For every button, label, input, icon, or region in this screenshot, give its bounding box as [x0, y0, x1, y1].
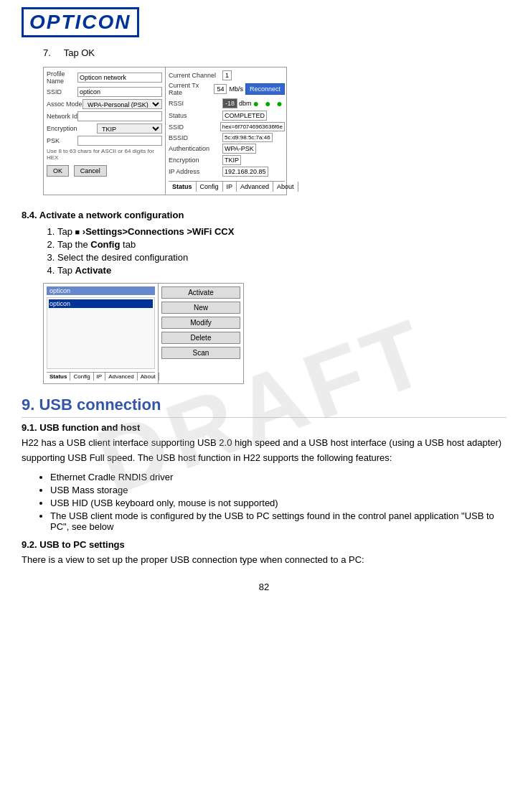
bullet-2: USB Mass storage — [50, 485, 506, 495]
signal-strength-dots: ● ● ● — [253, 98, 284, 109]
config-tab-status[interactable]: Status — [47, 373, 70, 381]
usb-features-list: Ethernet Cradle RNDIS driver USB Mass st… — [50, 472, 506, 532]
step-84-4: Tap Activate — [57, 265, 506, 276]
ssid-right-value: hex=6f70746963636f6e — [220, 122, 285, 131]
tx-rate-row: Current Tx Rate 54 Mb/s Reconnect — [169, 82, 285, 96]
config-top-bar: opticon — [47, 286, 155, 295]
page-number: 82 — [22, 582, 506, 592]
step-7-label: Tap OK — [64, 47, 95, 58]
tab-about[interactable]: About — [273, 182, 298, 192]
config-tab-advanced[interactable]: Advanced — [105, 373, 138, 381]
psk-input[interactable] — [77, 136, 162, 146]
screenshot-right-panel: Current Channel 1 Current Tx Rate 54 Mb/… — [166, 67, 288, 195]
section-84-header: 8.4. Activate a network configuration — [22, 210, 506, 220]
reconnect-button[interactable]: Reconnect — [245, 83, 285, 95]
current-channel-value: 1 — [222, 70, 232, 80]
step-7: 7. Tap OK — [43, 47, 506, 58]
step-7-number: 7. — [43, 47, 51, 58]
network-id-row: Network Id — [47, 111, 162, 121]
tx-rate-unit: Mb/s — [229, 85, 243, 93]
network-id-label: Network Id — [47, 113, 77, 120]
tab-status[interactable]: Status — [169, 182, 197, 192]
config-screenshot: opticon opticon Status Config IP Advance… — [43, 283, 244, 384]
section-92-body: There is a view to set up the proper USB… — [22, 553, 506, 568]
config-tab-config[interactable]: Config — [70, 373, 93, 381]
encryption-select[interactable]: TKIP — [97, 123, 162, 134]
current-channel-row: Current Channel 1 — [169, 70, 285, 80]
profile-name-label: Profile Name — [47, 70, 77, 85]
bssid-value: 5c:d9:98:5c:7a:46 — [222, 133, 273, 142]
network-id-input[interactable] — [77, 111, 162, 121]
encryption-row: Encryption TKIP — [47, 123, 162, 134]
section-9-header: 9. USB connection — [22, 396, 506, 418]
section-91-body: H22 has a USB client interface supportin… — [22, 436, 506, 466]
status-label: Status — [169, 112, 222, 119]
right-tabs-bar: Status Config IP Advanced About — [169, 181, 285, 192]
logo: OPTICON — [22, 7, 139, 37]
rssi-row: RSSI -18 dbm ● ● ● — [169, 98, 285, 109]
auth-value: WPA-PSK — [222, 144, 256, 154]
status-value: COMPLETED — [222, 111, 267, 121]
tab-ip[interactable]: IP — [223, 182, 237, 192]
ssid-right-label: SSID — [169, 123, 220, 131]
ssid-input[interactable] — [77, 87, 162, 97]
wifi-settings-screenshot: Profile Name SSID Assoc Mode WPA-Persona… — [43, 67, 287, 195]
psk-label: PSK — [47, 137, 77, 144]
assoc-mode-row: Assoc Mode WPA-Personal (PSK) — [47, 99, 162, 109]
encryption-label: Encryption — [47, 125, 97, 132]
logo-area: OPTICON — [22, 7, 506, 37]
assoc-mode-label: Assoc Mode — [47, 101, 82, 108]
scan-button[interactable]: Scan — [161, 347, 240, 359]
section-91-header: 9.1. USB function and host — [22, 422, 506, 433]
step-84-3: Select the desired configuration — [57, 252, 506, 263]
rssi-unit: dbm — [239, 100, 252, 107]
modify-button[interactable]: Modify — [161, 317, 240, 329]
rssi-value: -18 — [222, 98, 237, 108]
ssid-right-row: SSID hex=6f70746963636f6e — [169, 122, 285, 131]
auth-row: Authentication WPA-PSK — [169, 144, 285, 154]
rssi-label: RSSI — [169, 100, 222, 107]
ok-button[interactable]: OK — [47, 165, 69, 177]
ip-label: IP Address — [169, 168, 222, 175]
cancel-button[interactable]: Cancel — [74, 165, 107, 177]
tab-advanced[interactable]: Advanced — [237, 182, 273, 192]
bssid-row: BSSID 5c:d9:98:5c:7a:46 — [169, 133, 285, 142]
delete-button[interactable]: Delete — [161, 332, 240, 344]
bullet-1: Ethernet Cradle RNDIS driver — [50, 472, 506, 482]
config-tab-ip[interactable]: IP — [94, 373, 106, 381]
auth-label: Authentication — [169, 145, 222, 152]
step-84-1: Tap ■ ›Settings>Connections >WiFi CCX — [57, 226, 506, 237]
config-left-panel: opticon opticon Status Config IP Advance… — [44, 284, 159, 383]
tx-rate-label: Current Tx Rate — [169, 82, 214, 96]
config-list-item-selected[interactable]: opticon — [49, 299, 153, 308]
tx-rate-value: 54 — [214, 84, 227, 94]
psk-hint: Use 8 to 63 chars for ASCII or 64 digits… — [47, 148, 162, 161]
psk-row: PSK — [47, 136, 162, 146]
ip-row: IP Address 192.168.20.85 — [169, 167, 285, 177]
enc-right-value: TKIP — [222, 155, 241, 165]
status-row: Status COMPLETED — [169, 111, 285, 121]
new-button[interactable]: New — [161, 302, 240, 314]
ssid-row: SSID — [47, 87, 162, 97]
enc-right-row: Encryption TKIP — [169, 155, 285, 165]
bullet-3: USB HID (USB keyboard only, mouse is not… — [50, 498, 506, 508]
config-tabs-bar: Status Config IP Advanced About — [47, 372, 155, 381]
profile-name-input[interactable] — [77, 73, 162, 83]
action-buttons: OK Cancel — [47, 165, 162, 177]
enc-right-label: Encryption — [169, 157, 222, 164]
step-84-2: Tap the Config tab — [57, 239, 506, 250]
config-list-area: opticon — [47, 297, 155, 369]
config-tab-about[interactable]: About — [138, 373, 159, 381]
profile-name-row: Profile Name — [47, 70, 162, 85]
config-right-buttons: Activate New Modify Delete Scan — [159, 284, 243, 383]
activate-button[interactable]: Activate — [161, 286, 240, 299]
ip-value: 192.168.20.85 — [222, 167, 268, 177]
screenshot-left-panel: Profile Name SSID Assoc Mode WPA-Persona… — [44, 67, 166, 195]
bssid-label: BSSID — [169, 134, 222, 141]
tab-config[interactable]: Config — [197, 182, 223, 192]
bullet-4: The USB client mode is configured by the… — [50, 510, 506, 532]
section-84-steps: Tap ■ ›Settings>Connections >WiFi CCX Ta… — [57, 226, 506, 276]
assoc-mode-select[interactable]: WPA-Personal (PSK) — [82, 99, 162, 109]
current-channel-label: Current Channel — [169, 72, 222, 79]
section-92-header: 9.2. USB to PC settings — [22, 539, 506, 550]
